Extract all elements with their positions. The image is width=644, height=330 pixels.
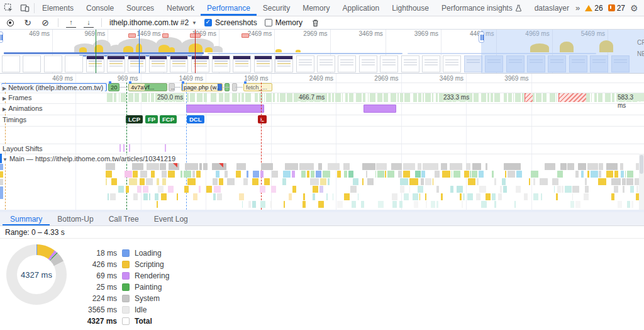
flame-segment[interactable] <box>343 163 350 170</box>
flame-segment[interactable] <box>503 186 507 193</box>
flame-segment[interactable] <box>193 193 197 200</box>
filmstrip-screenshot[interactable] <box>65 55 83 72</box>
flame-segment[interactable] <box>270 201 272 208</box>
flame-segment[interactable] <box>403 171 410 178</box>
flame-segment[interactable] <box>500 186 502 193</box>
flame-segment[interactable] <box>492 171 494 178</box>
layout-shift-tick[interactable] <box>129 144 130 152</box>
flame-segment[interactable] <box>217 193 222 200</box>
flame-segment[interactable] <box>414 201 418 208</box>
flame-segment[interactable] <box>180 171 182 178</box>
flame-segment[interactable] <box>399 201 402 208</box>
memory-checkbox[interactable]: Memory <box>265 18 303 27</box>
flame-segment[interactable] <box>236 163 247 170</box>
flame-segment[interactable] <box>168 171 175 178</box>
selection-handle-left[interactable] <box>0 31 3 43</box>
record-button[interactable] <box>5 18 15 28</box>
flame-segment[interactable] <box>385 171 386 178</box>
flame-segment[interactable] <box>326 193 328 200</box>
flame-segment[interactable] <box>611 193 614 200</box>
flame-segment[interactable] <box>313 193 315 200</box>
flame-segment[interactable] <box>143 186 148 193</box>
flame-segment[interactable] <box>378 201 383 208</box>
flame-segment[interactable] <box>147 163 158 170</box>
flame-segment[interactable] <box>508 171 516 178</box>
flame-segment[interactable] <box>106 163 115 170</box>
details-tab-summary[interactable]: Summary <box>3 212 50 225</box>
flame-segment[interactable] <box>143 193 148 200</box>
flame-segment[interactable] <box>283 171 291 178</box>
flame-segment[interactable] <box>361 201 365 208</box>
filmstrip-screenshot[interactable] <box>107 55 125 72</box>
track-label-animations[interactable]: ▶Animations <box>1 105 45 112</box>
filmstrip-screenshot[interactable] <box>191 55 209 72</box>
track-label-frames[interactable]: ▶Frames <box>1 94 34 101</box>
flame-segment[interactable] <box>140 171 148 178</box>
disclosure-triangle-icon[interactable]: ▶ <box>3 96 6 101</box>
flame-segment[interactable] <box>362 163 375 170</box>
flame-segment[interactable] <box>621 171 624 178</box>
flame-segment[interactable] <box>377 171 384 178</box>
flame-segment[interactable] <box>591 171 598 178</box>
flame-segment[interactable] <box>187 178 196 185</box>
flame-segment[interactable] <box>627 171 634 178</box>
layout-shift-tick[interactable] <box>119 144 121 152</box>
load-profile-button[interactable]: ↑ <box>66 18 76 28</box>
flame-segment[interactable] <box>453 171 460 178</box>
filmstrip-screenshot[interactable] <box>233 55 251 72</box>
flame-segment[interactable] <box>264 178 270 185</box>
flame-segment[interactable] <box>392 193 397 200</box>
network-request-chip[interactable]: page.php (w.. <box>181 83 223 91</box>
flame-segment[interactable] <box>598 178 606 185</box>
flame-segment[interactable] <box>464 171 469 178</box>
flame-segment[interactable] <box>426 201 427 208</box>
flame-segment[interactable] <box>252 178 258 185</box>
collect-garbage-icon[interactable] <box>310 18 320 28</box>
flame-segment[interactable] <box>599 163 603 170</box>
disclosure-triangle-icon[interactable]: ▶ <box>3 106 6 112</box>
track-label-layout[interactable]: Layout Shifts <box>1 145 45 152</box>
flame-segment[interactable] <box>556 193 558 200</box>
flame-segment[interactable] <box>353 178 358 185</box>
flame-segment[interactable] <box>328 163 339 170</box>
flame-segment[interactable] <box>587 163 597 170</box>
flame-segment[interactable] <box>625 171 626 178</box>
track-label-timings[interactable]: Timings <box>1 116 29 123</box>
layout-shift-tick[interactable] <box>165 144 166 152</box>
tab-network[interactable]: Network <box>160 0 201 16</box>
flame-segment[interactable] <box>239 193 244 200</box>
filmstrip-screenshot[interactable] <box>44 55 62 72</box>
flame-segment[interactable] <box>260 201 265 208</box>
filmstrip-screenshot[interactable] <box>275 55 293 72</box>
flame-segment[interactable] <box>599 171 601 178</box>
flame-segment[interactable] <box>252 201 256 208</box>
flame-segment[interactable] <box>533 178 535 185</box>
flame-segment[interactable] <box>618 201 621 208</box>
flame-segment[interactable] <box>524 193 528 200</box>
flame-segment[interactable] <box>409 178 418 185</box>
flame-segment[interactable] <box>162 171 167 178</box>
filmstrip-screenshot[interactable] <box>2 55 20 72</box>
flame-segment[interactable] <box>479 186 486 193</box>
flame-segment[interactable] <box>318 201 324 208</box>
flame-segment[interactable] <box>320 178 326 185</box>
flame-segment[interactable] <box>472 171 477 178</box>
flame-segment[interactable] <box>435 171 440 178</box>
timeline-tracks[interactable]: 469 ms969 ms1469 ms1969 ms2469 ms2969 ms… <box>0 74 644 210</box>
warnings-badge[interactable]: 26 <box>585 4 602 13</box>
flame-segment[interactable] <box>285 163 298 170</box>
flame-segment[interactable] <box>177 193 178 200</box>
flame-segment[interactable] <box>623 186 625 193</box>
flame-segment[interactable] <box>545 163 555 170</box>
flame-segment[interactable] <box>219 178 224 185</box>
flame-segment[interactable] <box>606 163 618 170</box>
filmstrip-screenshot[interactable] <box>401 55 419 72</box>
flame-segment[interactable] <box>260 186 265 193</box>
flame-segment[interactable] <box>313 186 318 193</box>
flame-segment[interactable] <box>161 193 166 200</box>
flame-segment[interactable] <box>242 201 243 208</box>
flame-segment[interactable] <box>344 171 347 178</box>
flame-segment[interactable] <box>476 193 481 200</box>
flame-segment[interactable] <box>303 193 305 200</box>
flame-segment[interactable] <box>333 193 334 200</box>
